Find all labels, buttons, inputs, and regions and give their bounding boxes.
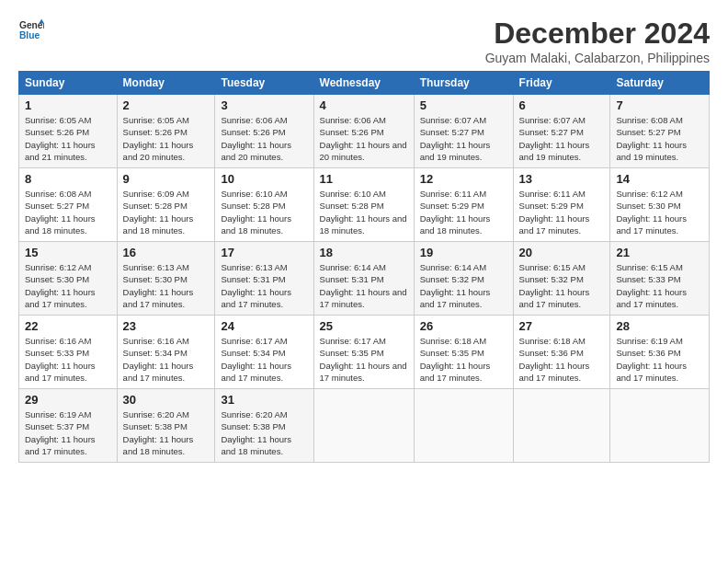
- day-info: Sunrise: 6:20 AMSunset: 5:38 PMDaylight:…: [221, 409, 291, 456]
- day-number: 9: [123, 172, 210, 186]
- day-number: 30: [123, 393, 210, 407]
- day-info: Sunrise: 6:19 AMSunset: 5:36 PMDaylight:…: [616, 336, 687, 383]
- day-number: 26: [420, 319, 507, 333]
- day-info: Sunrise: 6:12 AMSunset: 5:30 PMDaylight:…: [616, 189, 687, 236]
- calendar-week-row: 1Sunrise: 6:05 AMSunset: 5:26 PMDaylight…: [19, 95, 710, 168]
- calendar-cell: 1Sunrise: 6:05 AMSunset: 5:26 PMDaylight…: [19, 95, 118, 168]
- calendar-cell: 4Sunrise: 6:06 AMSunset: 5:26 PMDaylight…: [313, 95, 414, 168]
- day-number: 15: [25, 246, 111, 259]
- calendar-cell: 12Sunrise: 6:11 AMSunset: 5:29 PMDayligh…: [414, 168, 513, 242]
- day-number: 28: [616, 319, 703, 333]
- calendar-cell: [513, 389, 610, 463]
- calendar-table: Sunday Monday Tuesday Wednesday Thursday…: [18, 71, 710, 463]
- header-row: Sunday Monday Tuesday Wednesday Thursday…: [19, 72, 710, 95]
- day-info: Sunrise: 6:15 AMSunset: 5:32 PMDaylight:…: [519, 262, 590, 309]
- day-info: Sunrise: 6:06 AMSunset: 5:26 PMDaylight:…: [221, 115, 291, 162]
- calendar-cell: 16Sunrise: 6:13 AMSunset: 5:30 PMDayligh…: [117, 242, 215, 316]
- day-number: 7: [616, 98, 703, 112]
- day-number: 2: [123, 98, 210, 112]
- day-number: 31: [221, 393, 307, 407]
- day-info: Sunrise: 6:12 AMSunset: 5:30 PMDaylight:…: [25, 262, 96, 309]
- svg-text:Blue: Blue: [19, 30, 40, 40]
- day-number: 13: [519, 172, 605, 186]
- col-monday: Monday: [117, 72, 215, 95]
- col-friday: Friday: [513, 72, 610, 95]
- day-info: Sunrise: 6:10 AMSunset: 5:28 PMDaylight:…: [221, 189, 291, 236]
- day-info: Sunrise: 6:14 AMSunset: 5:31 PMDaylight:…: [320, 262, 407, 309]
- calendar-cell: 6Sunrise: 6:07 AMSunset: 5:27 PMDaylight…: [513, 95, 610, 168]
- day-number: 21: [616, 246, 703, 259]
- day-number: 20: [519, 246, 605, 259]
- day-info: Sunrise: 6:15 AMSunset: 5:33 PMDaylight:…: [616, 262, 687, 309]
- day-info: Sunrise: 6:17 AMSunset: 5:35 PMDaylight:…: [320, 336, 407, 383]
- day-number: 14: [616, 172, 703, 186]
- calendar-cell: 14Sunrise: 6:12 AMSunset: 5:30 PMDayligh…: [610, 168, 710, 242]
- calendar-cell: [610, 389, 710, 463]
- day-info: Sunrise: 6:08 AMSunset: 5:27 PMDaylight:…: [616, 115, 687, 162]
- col-thursday: Thursday: [414, 72, 513, 95]
- day-number: 22: [25, 319, 111, 333]
- calendar-cell: 26Sunrise: 6:18 AMSunset: 5:35 PMDayligh…: [414, 316, 513, 389]
- day-number: 10: [221, 172, 307, 186]
- calendar-cell: 29Sunrise: 6:19 AMSunset: 5:37 PMDayligh…: [19, 389, 118, 463]
- day-info: Sunrise: 6:20 AMSunset: 5:38 PMDaylight:…: [123, 409, 194, 456]
- calendar-cell: 5Sunrise: 6:07 AMSunset: 5:27 PMDaylight…: [414, 95, 513, 168]
- calendar-cell: 9Sunrise: 6:09 AMSunset: 5:28 PMDaylight…: [117, 168, 215, 242]
- day-number: 11: [320, 172, 408, 186]
- month-title: December 2024: [485, 17, 710, 51]
- logo-icon: General Blue: [18, 17, 44, 42]
- calendar-cell: 15Sunrise: 6:12 AMSunset: 5:30 PMDayligh…: [19, 242, 118, 316]
- day-info: Sunrise: 6:16 AMSunset: 5:33 PMDaylight:…: [25, 336, 96, 383]
- calendar-week-row: 22Sunrise: 6:16 AMSunset: 5:33 PMDayligh…: [19, 316, 710, 389]
- day-number: 24: [221, 319, 307, 333]
- day-info: Sunrise: 6:05 AMSunset: 5:26 PMDaylight:…: [25, 115, 96, 162]
- calendar-cell: [414, 389, 513, 463]
- day-info: Sunrise: 6:11 AMSunset: 5:29 PMDaylight:…: [420, 189, 491, 236]
- calendar-week-row: 8Sunrise: 6:08 AMSunset: 5:27 PMDaylight…: [19, 168, 710, 242]
- calendar-cell: 20Sunrise: 6:15 AMSunset: 5:32 PMDayligh…: [513, 242, 610, 316]
- calendar-cell: 30Sunrise: 6:20 AMSunset: 5:38 PMDayligh…: [117, 389, 215, 463]
- day-number: 3: [221, 98, 307, 112]
- day-info: Sunrise: 6:13 AMSunset: 5:30 PMDaylight:…: [123, 262, 194, 309]
- calendar-cell: 10Sunrise: 6:10 AMSunset: 5:28 PMDayligh…: [215, 168, 313, 242]
- location-title: Guyam Malaki, Calabarzon, Philippines: [485, 51, 710, 65]
- day-number: 16: [123, 246, 210, 259]
- calendar-week-row: 15Sunrise: 6:12 AMSunset: 5:30 PMDayligh…: [19, 242, 710, 316]
- day-info: Sunrise: 6:07 AMSunset: 5:27 PMDaylight:…: [519, 115, 590, 162]
- calendar-cell: 11Sunrise: 6:10 AMSunset: 5:28 PMDayligh…: [313, 168, 414, 242]
- calendar-cell: 27Sunrise: 6:18 AMSunset: 5:36 PMDayligh…: [513, 316, 610, 389]
- day-number: 6: [519, 98, 605, 112]
- col-tuesday: Tuesday: [215, 72, 313, 95]
- day-info: Sunrise: 6:06 AMSunset: 5:26 PMDaylight:…: [320, 115, 407, 162]
- day-number: 1: [25, 98, 111, 112]
- day-info: Sunrise: 6:17 AMSunset: 5:34 PMDaylight:…: [221, 336, 291, 383]
- calendar-cell: 13Sunrise: 6:11 AMSunset: 5:29 PMDayligh…: [513, 168, 610, 242]
- calendar-cell: 25Sunrise: 6:17 AMSunset: 5:35 PMDayligh…: [313, 316, 414, 389]
- calendar-cell: 17Sunrise: 6:13 AMSunset: 5:31 PMDayligh…: [215, 242, 313, 316]
- day-number: 23: [123, 319, 210, 333]
- logo: General Blue: [18, 17, 44, 42]
- day-number: 8: [25, 172, 111, 186]
- day-info: Sunrise: 6:19 AMSunset: 5:37 PMDaylight:…: [25, 409, 96, 456]
- calendar-cell: 7Sunrise: 6:08 AMSunset: 5:27 PMDaylight…: [610, 95, 710, 168]
- day-info: Sunrise: 6:07 AMSunset: 5:27 PMDaylight:…: [420, 115, 491, 162]
- calendar-cell: [313, 389, 414, 463]
- day-number: 17: [221, 246, 307, 259]
- day-info: Sunrise: 6:18 AMSunset: 5:35 PMDaylight:…: [420, 336, 491, 383]
- calendar-cell: 3Sunrise: 6:06 AMSunset: 5:26 PMDaylight…: [215, 95, 313, 168]
- calendar-cell: 22Sunrise: 6:16 AMSunset: 5:33 PMDayligh…: [19, 316, 118, 389]
- calendar-cell: 23Sunrise: 6:16 AMSunset: 5:34 PMDayligh…: [117, 316, 215, 389]
- day-number: 12: [420, 172, 507, 186]
- day-number: 18: [320, 246, 408, 259]
- calendar-cell: 2Sunrise: 6:05 AMSunset: 5:26 PMDaylight…: [117, 95, 215, 168]
- col-sunday: Sunday: [19, 72, 118, 95]
- day-number: 19: [420, 246, 507, 259]
- calendar-cell: 24Sunrise: 6:17 AMSunset: 5:34 PMDayligh…: [215, 316, 313, 389]
- day-number: 5: [420, 98, 507, 112]
- day-number: 29: [25, 393, 111, 407]
- calendar-cell: 18Sunrise: 6:14 AMSunset: 5:31 PMDayligh…: [313, 242, 414, 316]
- day-info: Sunrise: 6:16 AMSunset: 5:34 PMDaylight:…: [123, 336, 194, 383]
- day-number: 4: [320, 98, 408, 112]
- calendar-week-row: 29Sunrise: 6:19 AMSunset: 5:37 PMDayligh…: [19, 389, 710, 463]
- day-info: Sunrise: 6:14 AMSunset: 5:32 PMDaylight:…: [420, 262, 491, 309]
